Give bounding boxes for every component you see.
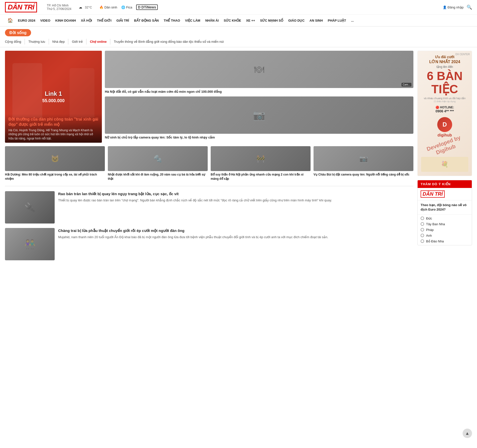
ad-note: (*) Điều kiện áp dụng — [434, 100, 456, 103]
top-bar: DÂN TRÍ TP. Hồ Chí Minh Thứ 5, 27/06/202… — [0, 0, 477, 15]
small-article-3[interactable]: 📷 Vụ Châu Bùi bị đặt camera quay lén: Ng… — [314, 146, 413, 181]
subnav-gioi-tre[interactable]: Giới trẻ — [68, 39, 86, 45]
list-article-0[interactable]: 🔌 Rao bán tràn lan thiết bị quay lén ngụ… — [5, 191, 413, 224]
featured-side: 🍽 Cơm... Hà Nội đắt đỏ, cô gái vẫn nấu l… — [105, 51, 413, 143]
subnav-nhaDep[interactable]: Nhà đẹp — [49, 39, 69, 45]
search-button[interactable]: 🔍 — [467, 4, 472, 10]
nav-item-thethao[interactable]: THỂ THAO — [161, 16, 183, 25]
small-article-2-title: Bổ suy thần ở Hà Nội phản ứng nhanh cứu … — [211, 173, 311, 181]
nav-item-xe[interactable]: XE ++ — [244, 16, 258, 25]
content-area: Link 1 55.000.000 Đời thường của dàn phi… — [0, 47, 477, 264]
poll-option-3[interactable]: Anh — [421, 234, 469, 237]
poll-option-1[interactable]: Tây Ban Nha — [421, 222, 469, 226]
sidebar-poll: THĂM DÒ Ý KIẾN DÂN TRÍ Theo bạn, đội bón… — [417, 180, 472, 245]
section-badge-wrap: Đời sống — [0, 27, 477, 37]
small-articles-row: 🐱 Hải Dương: Mèo 80 triệu chết ngạt tron… — [5, 146, 413, 181]
list-article-1-text: Chàng trai bị lừa phẫu thuật chuyển giới… — [58, 228, 328, 260]
nav-item-giaoduc[interactable]: GIÁO DỤC — [286, 16, 307, 25]
ad-dev: digihub — [437, 133, 452, 137]
ad-desc1: tặng lên đến — [437, 65, 453, 69]
featured-overlay-price: 55.000.000 — [42, 98, 65, 103]
list-article-0-text: Rao bán tràn lan thiết bị quay lén ngụy … — [58, 191, 332, 224]
featured-main-caption: Đời thường của dàn phi công toàn "trai x… — [5, 114, 102, 143]
list-articles: 🔌 Rao bán tràn lan thiết bị quay lén ngụ… — [5, 191, 413, 260]
ad-logo-shape: D — [437, 117, 452, 132]
weather-temp: 32°C — [85, 5, 92, 9]
nav-item-vieclam[interactable]: VIỆC LÀM — [183, 16, 203, 25]
user-icon: 👤 — [443, 5, 447, 9]
ad-top: Ưu đãi cưới — [435, 55, 454, 59]
poll-header: THĂM DÒ Ý KIẾN — [418, 180, 472, 188]
weather-icon: ☁ — [79, 5, 82, 9]
poll-radio-0[interactable] — [421, 217, 424, 220]
side-article-0[interactable]: 🍽 Cơm... Hà Nội đắt đỏ, cô gái vẫn nấu l… — [105, 51, 413, 94]
poll-radio-3[interactable] — [421, 234, 424, 237]
nav-item-kinhdoanh[interactable]: KINH DOANH — [53, 16, 79, 25]
subnav-congdong[interactable]: Cộng đồng — [5, 39, 25, 45]
ad-year: 6 BÀN TIỆC — [421, 70, 468, 96]
dan-sinh-link[interactable]: 🔥 Dân sinh — [99, 5, 117, 9]
poll-radio-1[interactable] — [421, 222, 424, 226]
featured-main-desc: Hà Còi, Huỳnh Trung Dũng, Hồ Trang Nhung… — [8, 128, 98, 141]
ad-desc2: và nhiều chương trình ưu đãi hấp dẫn — [424, 97, 466, 100]
ad-hotline-label: 🔴 HOTLINE: — [436, 106, 454, 109]
subnav-thuongluu[interactable]: Thượng lưu — [25, 39, 49, 45]
nav-item-euro2024[interactable]: EURO 2024 — [15, 16, 38, 25]
nav-item-ansinh[interactable]: AN SINH — [307, 16, 325, 25]
poll-option-4[interactable]: Bồ Đào Nha — [421, 239, 469, 243]
fica-link[interactable]: 🌐 Fica — [121, 5, 132, 9]
subnav-truyen-thong[interactable]: Truyền thông về Bình đẳng giới vùng đồng… — [110, 39, 227, 45]
location-date: Thứ 5, 27/06/2024 — [47, 7, 72, 11]
top-right: 👤 Đăng nhập 🔍 — [443, 4, 472, 10]
ad-banner: DX CENTER Ưu đãi cưới LỚN NHẤT 2024 tặng… — [417, 51, 472, 176]
small-article-2[interactable]: 🚧 Bổ suy thần ở Hà Nội phản ứng nhanh cứ… — [211, 146, 311, 181]
location-city: TP. Hồ Chí Minh — [47, 4, 72, 7]
top-icons: 🔥 Dân sinh 🌐 Fica D DTiNews — [99, 4, 158, 10]
small-article-1-title: Nhặt được khối sắt khi đi làm ruộng, 20 … — [108, 173, 208, 181]
section-divider — [5, 186, 413, 186]
dtinews-link[interactable]: D DTiNews — [136, 4, 158, 10]
small-article-0-title: Hải Dương: Mèo 80 triệu chết ngạt trong … — [5, 173, 105, 181]
nav-item-more[interactable]: ... — [349, 16, 356, 25]
list-article-0-title: Rao bán tràn lan thiết bị quay lén ngụy … — [58, 191, 332, 196]
poll-logo-text: DÂN TRÍ — [421, 190, 445, 198]
featured-main-article[interactable]: Link 1 55.000.000 Đời thường của dàn phi… — [5, 51, 102, 143]
featured-main-heading: Đời thường của dàn phi công toàn "trai x… — [8, 117, 98, 127]
nav-item-video[interactable]: VIDEO — [38, 16, 53, 25]
ad-banner-inner: DX CENTER Ưu đãi cưới LỚN NHẤT 2024 tặng… — [418, 51, 472, 176]
poll-options: Đức Tây Ban Nha Pháp Anh Bồ Đào Nha — [418, 215, 472, 245]
side-article-1-title: Nữ sinh bị chủ trọ lắp camera quay lén: … — [105, 135, 413, 140]
side-article-0-title: Hà Nội đắt đỏ, cô gái vẫn nấu loạt mâm c… — [105, 90, 413, 94]
site-logo[interactable]: DÂN TRÍ — [5, 2, 37, 12]
nav-item-nhanai[interactable]: NHÂN ÁI — [203, 16, 221, 25]
sub-nav: Cộng đồng Thượng lưu Nhà đẹp Giới trẻ Ch… — [0, 37, 477, 47]
nav-item-suckhoe[interactable]: SỨC KHỎE — [221, 16, 243, 25]
list-article-1[interactable]: 👫 Chàng trai bị lừa phẫu thuật chuyển gi… — [5, 228, 413, 260]
list-article-0-desc: Thiết bị quay lén được rao bán tràn lan … — [58, 198, 332, 203]
small-article-0[interactable]: 🐱 Hải Dương: Mèo 80 triệu chết ngạt tron… — [5, 146, 105, 181]
left-col: Link 1 55.000.000 Đời thường của dàn phi… — [5, 51, 413, 260]
poll-radio-2[interactable] — [421, 228, 424, 231]
nav-item-batdongsan[interactable]: BẤT ĐỘNG SẢN — [131, 16, 161, 25]
side-article-1[interactable]: 📷 Nữ sinh bị chủ trọ lắp camera quay lén… — [105, 96, 413, 140]
nav-item-sucmanhso[interactable]: SỨC MẠNH SỐ — [258, 16, 286, 25]
home-nav-icon[interactable]: 🏠 — [5, 15, 15, 26]
poll-logo: DÂN TRÍ — [418, 188, 472, 200]
nav-item-thegioi[interactable]: THẾ GIỚI — [94, 16, 114, 25]
main-nav: 🏠 EURO 2024 VIDEO KINH DOANH XÃ HỘI THẾ … — [0, 15, 477, 27]
right-col: DX CENTER Ưu đãi cưới LỚN NHẤT 2024 tặng… — [417, 51, 472, 260]
ad-highlight: LỚN NHẤT 2024 — [429, 59, 460, 64]
poll-option-2[interactable]: Pháp — [421, 228, 469, 232]
nav-item-phapluat[interactable]: PHÁP LUẬT — [325, 16, 349, 25]
login-button[interactable]: 👤 Đăng nhập — [443, 5, 464, 9]
list-article-1-desc: Mujahid, nam thanh niên 20 tuổi người Ấn… — [58, 235, 328, 240]
section-badge[interactable]: Đời sống — [5, 29, 31, 36]
nav-item-giaitri[interactable]: GIẢI TRÍ — [114, 16, 132, 25]
poll-radio-4[interactable] — [421, 239, 424, 243]
poll-option-0[interactable]: Đức — [421, 217, 469, 220]
subnav-cho-online[interactable]: Chợ online — [86, 39, 110, 45]
list-article-1-title: Chàng trai bị lừa phẫu thuật chuyển giới… — [58, 228, 328, 233]
nav-item-xahoi[interactable]: XÃ HỘI — [79, 16, 95, 25]
featured-grid: Link 1 55.000.000 Đời thường của dàn phi… — [5, 51, 413, 143]
small-article-1[interactable]: 🔩 Nhặt được khối sắt khi đi làm ruộng, 2… — [108, 146, 208, 181]
